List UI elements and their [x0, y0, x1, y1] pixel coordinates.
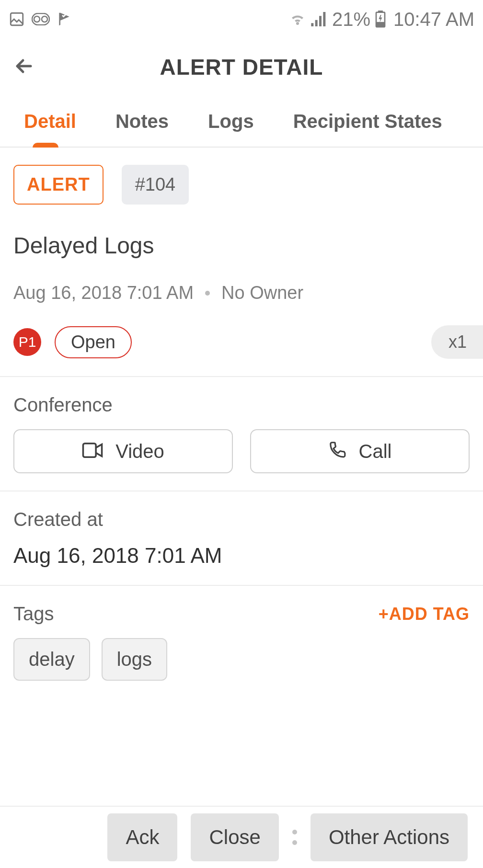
svg-rect-7: [83, 443, 96, 457]
other-actions-button[interactable]: Other Actions: [310, 813, 468, 861]
battery-icon: [375, 11, 386, 28]
svg-rect-0: [11, 13, 23, 25]
alert-summary-section: ALERT #104 Delayed Logs Aug 16, 2018 7:0…: [0, 148, 483, 377]
svg-point-3: [42, 16, 47, 22]
battery-percent: 21%: [332, 9, 370, 30]
tab-notes[interactable]: Notes: [115, 111, 169, 132]
svg-point-2: [34, 16, 40, 22]
tag-chip[interactable]: delay: [13, 638, 90, 681]
tags-label: Tags: [13, 603, 54, 625]
close-button[interactable]: Close: [191, 813, 278, 861]
action-bar: Ack Close Other Actions: [0, 806, 483, 868]
status-right: 21% 10:47 AM: [289, 9, 474, 30]
tab-logs[interactable]: Logs: [208, 111, 254, 132]
conference-label: Conference: [13, 394, 470, 416]
separator-dot: [205, 291, 210, 296]
tab-indicator: [33, 143, 58, 148]
tags-section: Tags +ADD TAG delay logs: [0, 586, 483, 685]
wifi-icon: [289, 12, 306, 26]
tab-recipient-states[interactable]: Recipient States: [293, 111, 442, 132]
svg-rect-6: [377, 23, 384, 26]
page-title: ALERT DETAIL: [160, 54, 323, 80]
conference-section: Conference Video Call: [0, 377, 483, 491]
alert-type-badge: ALERT: [13, 165, 104, 205]
video-button-label: Video: [115, 441, 164, 462]
app-header: ALERT DETAIL: [0, 38, 483, 96]
svg-rect-1: [32, 13, 49, 25]
created-at-section: Created at Aug 16, 2018 7:01 AM: [0, 491, 483, 586]
add-tag-button[interactable]: +ADD TAG: [379, 604, 470, 624]
phone-icon: [328, 440, 346, 463]
svg-rect-5: [379, 11, 382, 12]
tab-bar: Detail Notes Logs Recipient States: [0, 96, 483, 148]
tab-detail[interactable]: Detail: [24, 111, 76, 132]
check-flag-icon: [57, 11, 72, 27]
separator-dots-icon: [292, 830, 297, 845]
alert-owner: No Owner: [221, 283, 303, 303]
call-button-label: Call: [359, 441, 392, 462]
count-badge: x1: [431, 325, 483, 359]
alert-id-badge: #104: [122, 165, 189, 205]
alert-meta: Aug 16, 2018 7:01 AM No Owner: [13, 283, 470, 303]
status-left-icons: [9, 11, 72, 27]
video-icon: [82, 441, 103, 462]
status-badge[interactable]: Open: [55, 326, 132, 358]
status-bar: 21% 10:47 AM: [0, 0, 483, 38]
priority-badge[interactable]: P1: [13, 328, 41, 356]
voicemail-icon: [32, 13, 50, 25]
clock-time: 10:47 AM: [393, 9, 474, 30]
created-at-value: Aug 16, 2018 7:01 AM: [13, 544, 470, 568]
created-at-label: Created at: [13, 509, 470, 530]
back-button[interactable]: [12, 55, 35, 80]
call-button[interactable]: Call: [250, 429, 470, 473]
alert-title: Delayed Logs: [13, 232, 470, 259]
video-button[interactable]: Video: [13, 429, 233, 473]
alert-timestamp: Aug 16, 2018 7:01 AM: [13, 283, 194, 303]
tag-chip[interactable]: logs: [102, 638, 167, 681]
image-icon: [9, 11, 25, 27]
signal-icon: [311, 12, 327, 26]
ack-button[interactable]: Ack: [107, 813, 177, 861]
